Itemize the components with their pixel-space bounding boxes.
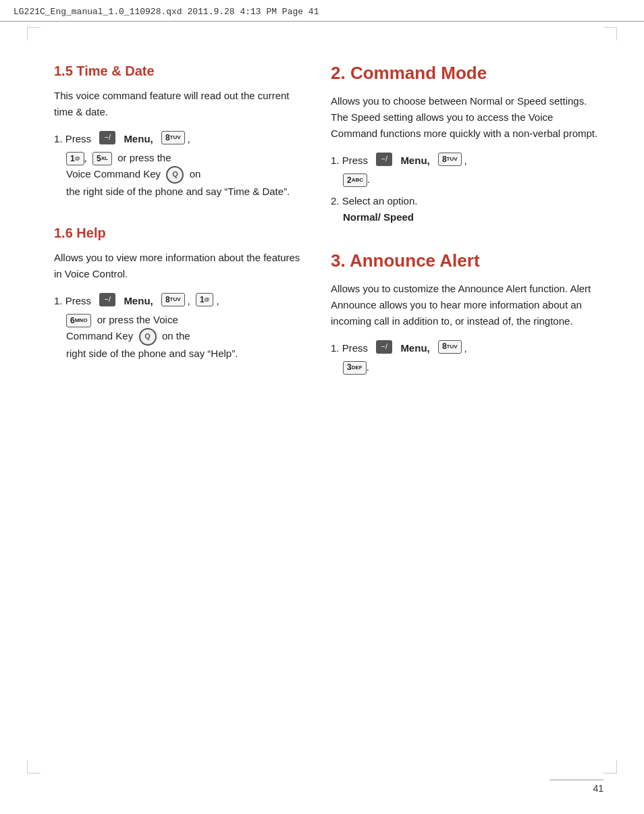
step1-or: or press the <box>117 152 171 163</box>
step1b-on-the: on the <box>162 330 190 342</box>
step1-prefix: 1. Press <box>54 131 91 147</box>
key-1-sup: @ <box>75 155 80 162</box>
step1b-line3: Command Key Q on the <box>66 328 304 346</box>
section-16-step1: 1. Press −/ Menu, 8TUV, 1@, 6MNO or pres… <box>54 293 304 362</box>
step2-label: 2. Select an option. <box>331 195 417 207</box>
step1-on: on <box>190 168 201 180</box>
step1s3-line2: 3DEF. <box>343 359 601 375</box>
section-15-step1: 1. Press −/ Menu, 8TUV, 1@, 5XL or press… <box>54 131 304 200</box>
step1-line-a: 1. Press −/ Menu, 8TUV, 1@, <box>54 293 304 309</box>
step1b-menu: Menu, <box>124 293 153 309</box>
key-5-sup: XL <box>101 155 108 162</box>
section-2-step1: 1. Press −/ Menu, 8TUV, 2ABC. <box>331 153 601 188</box>
step1r-line2: 2ABC. <box>343 171 601 188</box>
crop-mark-bl <box>27 760 41 774</box>
key-1-at: 1@ <box>66 152 84 165</box>
step1b-line4: right side of the phone and say “Help”. <box>66 346 304 362</box>
step1r-prefix: 1. Press <box>331 153 368 169</box>
step1-s3-line: 1. Press −/ Menu, 8TUV, <box>331 340 601 356</box>
step1-line3: Voice Command Key Q on <box>66 166 304 184</box>
header-text: LG221C_Eng_manual_1.0_110928.qxd 2011.9.… <box>14 7 319 17</box>
menu-icon-r: −/ <box>376 153 392 166</box>
step1-the: the right side of the phone and say “Tim… <box>66 186 290 197</box>
menu-icon-s3: −/ <box>376 340 392 354</box>
page-number: 41 <box>593 783 603 794</box>
section-15: 1.5 Time & Date This voice command featu… <box>54 62 304 200</box>
section-15-body: This voice command feature will read out… <box>54 88 304 120</box>
page-footer: 41 <box>593 783 603 794</box>
page-content: 1.5 Time & Date This voice command featu… <box>0 22 644 440</box>
section-3-step1: 1. Press −/ Menu, 8TUV, 3DEF. <box>331 340 601 375</box>
footer-line <box>549 780 603 780</box>
section-3: 3. Announce Alert Allows you to customiz… <box>331 250 601 375</box>
menu-icon: −/ <box>99 131 115 144</box>
step1-menu: Menu, <box>124 131 153 147</box>
left-column: 1.5 Time & Date This voice command featu… <box>54 62 304 400</box>
section-3-body: Allows you to customize the Announce Ale… <box>331 281 601 329</box>
right-column: 2. Command Mode Allows you to choose bet… <box>331 62 601 400</box>
step1s3-prefix: 1. Press <box>331 340 368 356</box>
crop-mark-tr <box>603 27 617 40</box>
section-15-title: 1.5 Time & Date <box>54 62 304 80</box>
section-2: 2. Command Mode Allows you to choose bet… <box>331 62 601 225</box>
step1b-or: or press the Voice <box>97 314 178 325</box>
section-16-title: 1.6 Help <box>54 224 304 242</box>
step1-line2: 1@, 5XL or press the <box>66 150 304 166</box>
step2-options: Normal/ Speed <box>343 211 414 223</box>
key-5-xl: 5XL <box>92 152 112 165</box>
menu-icon-2: −/ <box>99 293 115 306</box>
key-8-tuv: 8TUV <box>161 131 185 144</box>
section-16: 1.6 Help Allows you to view more informa… <box>54 224 304 362</box>
step1-right-line: 1. Press −/ Menu, 8TUV, <box>331 153 601 169</box>
section-2-step2: 2. Select an option. Normal/ Speed <box>331 193 601 225</box>
key-8-tuv-2: 8TUV <box>161 293 185 306</box>
key-6-mno: 6MNO <box>66 314 91 327</box>
page-header: LG221C_Eng_manual_1.0_110928.qxd 2011.9.… <box>0 0 644 22</box>
step1r-menu: Menu, <box>400 153 429 169</box>
section-16-body: Allows you to view more information abou… <box>54 250 304 282</box>
step-line-1: 1. Press −/ Menu, 8TUV, <box>54 131 304 147</box>
section-3-title: 3. Announce Alert <box>331 250 601 273</box>
section-2-body: Allows you to choose between Normal or S… <box>331 93 601 142</box>
voice-cmd-label: Voice Command Key <box>66 168 161 180</box>
key-3-def: 3DEF <box>343 361 367 375</box>
voice-key-icon-2: Q <box>139 328 157 346</box>
step1b-prefix: 1. Press <box>54 293 91 309</box>
section-2-title: 2. Command Mode <box>331 62 601 85</box>
step1b-line2: 6MNO or press the Voice <box>66 312 304 328</box>
key-8-tuv-s3: 8TUV <box>438 340 462 354</box>
key-2-abc: 2ABC <box>343 173 367 187</box>
key-1-at-2: 1@ <box>196 293 214 306</box>
step1s3-menu: Menu, <box>400 340 429 356</box>
step1b-rest: right side of the phone and say “Help”. <box>66 348 238 359</box>
crop-mark-tl <box>27 27 41 40</box>
voice-cmd-label-2: Command Key <box>66 330 133 342</box>
key-8-tuv-r: 8TUV <box>438 153 462 166</box>
key-8-sup: TUV <box>170 134 181 141</box>
step1-line4: the right side of the phone and say “Tim… <box>66 184 304 200</box>
crop-mark-br <box>603 760 617 774</box>
voice-key-icon: Q <box>166 166 184 184</box>
